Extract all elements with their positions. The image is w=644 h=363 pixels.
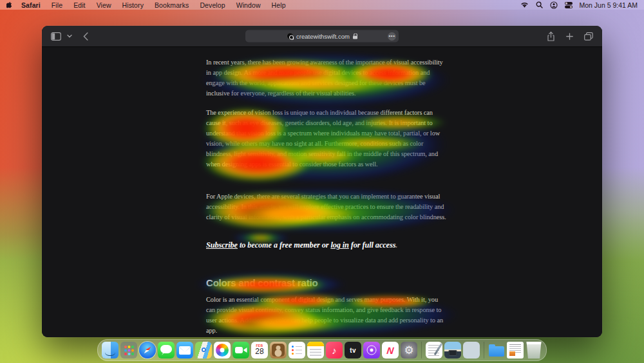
address-bar-url: createwithswift.com (296, 33, 350, 40)
menu-bar: SafariFileEditViewHistoryBookmarksDevelo… (0, 0, 644, 10)
menu-help[interactable]: Help (272, 1, 286, 9)
dock-finder-icon[interactable] (102, 342, 118, 358)
dock-notes-icon[interactable] (307, 342, 324, 358)
paragraph-color-purpose: Color is an essential component of digit… (206, 295, 448, 336)
dock-safari-icon[interactable] (139, 342, 156, 358)
back-button[interactable] (83, 32, 88, 41)
dock-divider (421, 342, 422, 358)
sidebar-toggle-button[interactable] (51, 32, 61, 41)
paragraph-apple-strategies: For Apple devices, there are several str… (206, 191, 448, 222)
dock-reminders-icon[interactable] (289, 342, 305, 358)
menu-items: SafariFileEditViewHistoryBookmarksDevelo… (21, 1, 297, 9)
menu-edit[interactable]: Edit (73, 1, 86, 9)
dock-textedit-icon[interactable] (426, 342, 442, 358)
subscribe-callout: Subscribe to become a free member or log… (206, 240, 448, 251)
share-button[interactable] (547, 32, 555, 41)
user-account-icon[interactable] (550, 1, 558, 9)
dock: FEB28♪tvN⚙ (97, 339, 547, 361)
dock-podcasts-icon[interactable] (363, 342, 380, 358)
dock-facetime-icon[interactable] (232, 342, 249, 358)
page-menu-button[interactable]: ••• (388, 32, 396, 41)
safari-toolbar: createwithswift.com ••• (42, 26, 602, 47)
dock-contacts-icon[interactable] (270, 342, 287, 358)
dock-messages-icon[interactable] (158, 342, 175, 358)
login-link[interactable]: log in (330, 240, 348, 250)
safari-window: createwithswift.com ••• In recent years,… (42, 26, 602, 337)
dock-folder-icon[interactable] (488, 342, 505, 358)
dock-photos-icon[interactable] (214, 342, 231, 358)
menu-bar-clock[interactable]: Mon Jun 5 9:41 AM (580, 1, 638, 9)
sidebar-chevron-down-icon[interactable] (67, 34, 72, 38)
menu-history[interactable]: History (122, 1, 144, 9)
desktop: SafariFileEditViewHistoryBookmarksDevelo… (0, 0, 644, 363)
new-tab-button[interactable] (566, 33, 573, 40)
section-heading: Colors and contrast ratio (206, 278, 317, 288)
address-bar[interactable]: createwithswift.com ••• (245, 30, 399, 43)
menu-view[interactable]: View (97, 1, 111, 9)
dock-tv-icon[interactable]: tv (345, 342, 361, 358)
site-favicon (287, 33, 294, 40)
menu-bookmarks[interactable]: Bookmarks (155, 1, 189, 9)
dock-capture-icon[interactable] (444, 342, 461, 358)
secure-lock-icon (353, 34, 357, 39)
paragraph-visual-accessibility: In recent years, there has been growing … (206, 57, 448, 99)
paragraph-vision-loss: The experience of vision loss is unique … (206, 108, 448, 169)
dock-trash-icon[interactable] (526, 342, 542, 358)
menu-file[interactable]: File (52, 1, 62, 9)
subscribe-link[interactable]: Subscribe (206, 240, 238, 250)
menu-window[interactable]: Window (236, 1, 261, 9)
wifi-icon[interactable] (520, 2, 529, 8)
control-center-icon[interactable] (565, 2, 573, 8)
dock-maps-icon[interactable] (195, 342, 212, 358)
dock-blank-icon[interactable] (463, 342, 480, 358)
dock-document-icon[interactable] (507, 342, 524, 358)
dock-news-icon[interactable]: N (382, 342, 399, 358)
dock-settings-icon[interactable]: ⚙ (401, 342, 417, 358)
dock-music-icon[interactable]: ♪ (326, 342, 343, 358)
dock-divider (484, 342, 484, 358)
apple-menu-icon[interactable] (6, 1, 14, 9)
tab-overview-button[interactable] (584, 32, 593, 41)
dock-mail-icon[interactable] (176, 342, 193, 358)
menu-safari[interactable]: Safari (21, 1, 41, 9)
dock-launchpad-icon[interactable] (120, 342, 137, 358)
dock-calendar-icon[interactable]: FEB28 (251, 342, 268, 358)
page-content: In recent years, there has been growing … (42, 47, 602, 337)
menu-develop[interactable]: Develop (200, 1, 225, 9)
spotlight-search-icon[interactable] (536, 1, 543, 8)
